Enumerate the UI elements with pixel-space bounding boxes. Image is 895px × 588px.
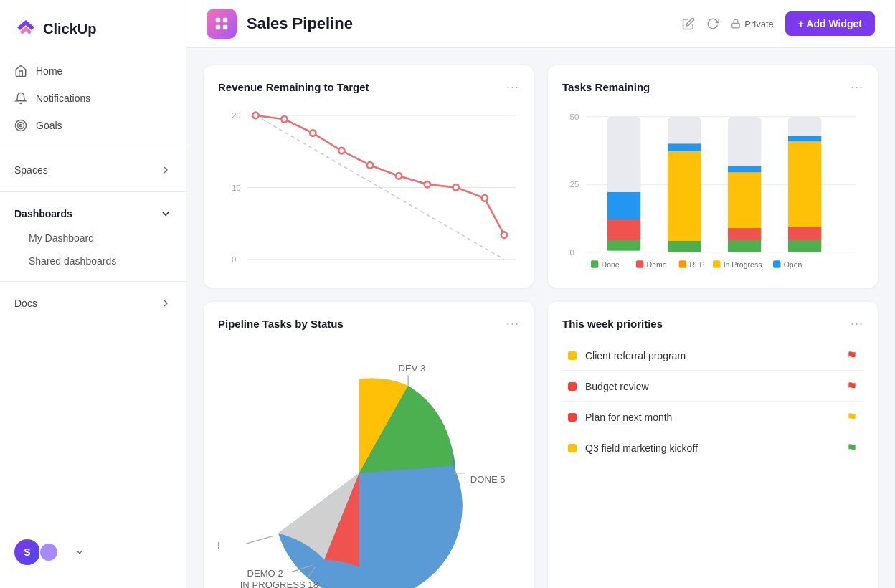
svg-point-22 <box>396 173 402 179</box>
header: Sales Pipeline Private + Add Widget <box>186 0 895 48</box>
svg-text:Demo: Demo <box>647 260 667 269</box>
svg-rect-7 <box>216 25 220 29</box>
svg-text:RFP: RFP <box>689 260 704 269</box>
widget-pipeline-header: Pipeline Tasks by Status ··· <box>218 316 519 331</box>
flag-icon-1 <box>847 381 857 392</box>
widget-pipeline-menu[interactable]: ··· <box>506 316 519 331</box>
widget-priorities-title: This week priorities <box>562 318 663 330</box>
svg-rect-48 <box>728 166 761 172</box>
svg-point-19 <box>310 130 316 136</box>
priority-text-0: Client referral program <box>585 350 686 361</box>
priority-flag-0 <box>846 350 858 361</box>
header-left: Sales Pipeline <box>207 9 353 39</box>
chevron-right-icon-docs <box>160 298 171 309</box>
svg-rect-54 <box>788 117 821 136</box>
priority-left-0: Client referral program <box>568 350 686 361</box>
svg-rect-8 <box>223 25 227 29</box>
user-area[interactable]: S <box>0 528 186 577</box>
svg-rect-67 <box>773 260 781 268</box>
edit-button[interactable] <box>682 17 695 30</box>
svg-text:In Progress: In Progress <box>724 260 762 269</box>
svg-text:10: 10 <box>232 183 241 192</box>
divider-3 <box>0 281 186 282</box>
flag-icon-3 <box>847 443 857 453</box>
widget-pipeline-title: Pipeline Tasks by Status <box>218 318 344 330</box>
svg-rect-34 <box>607 240 640 251</box>
svg-point-25 <box>482 195 488 201</box>
svg-rect-57 <box>788 240 821 252</box>
priorities-list: Client referral program Budget review <box>562 341 863 588</box>
svg-point-21 <box>367 162 373 169</box>
refresh-button[interactable] <box>706 17 719 30</box>
svg-rect-51 <box>728 228 761 240</box>
widget-revenue-title: Revenue Remaining to Target <box>218 81 369 93</box>
tasks-chart-container: 50 25 0 <box>562 105 863 273</box>
pie-chart-container: DEV 3 DONE 5 IN PROGRESS 18 OPEN 6 DEMO … <box>218 341 519 588</box>
svg-rect-9 <box>732 23 740 27</box>
sidebar-item-my-dashboard[interactable]: My Dashboard <box>0 227 186 250</box>
lock-icon <box>731 19 741 29</box>
bell-icon <box>14 92 27 105</box>
flag-icon-0 <box>847 351 857 361</box>
sidebar-section-spaces[interactable]: Spaces <box>0 157 186 183</box>
private-badge: Private <box>731 19 773 29</box>
svg-rect-5 <box>216 18 220 22</box>
svg-rect-41 <box>668 117 701 144</box>
header-icon-box <box>207 9 237 39</box>
pie-chart: DEV 3 DONE 5 IN PROGRESS 18 OPEN 6 DEMO … <box>218 341 519 588</box>
sidebar-section-docs[interactable]: Docs <box>0 290 186 316</box>
priority-dot-2 <box>568 413 577 422</box>
logo-text: ClickUp <box>43 21 96 37</box>
widget-tasks-menu[interactable]: ··· <box>851 80 863 95</box>
svg-rect-50 <box>728 240 761 252</box>
svg-rect-36 <box>607 192 640 219</box>
logo-area: ClickUp <box>0 11 186 57</box>
docs-label: Docs <box>14 298 37 309</box>
widget-tasks-header: Tasks Remaining ··· <box>562 80 863 95</box>
chevron-right-icon <box>160 164 171 176</box>
shared-dashboards-label: Shared dashboards <box>29 255 116 267</box>
sidebar-section-dashboards[interactable]: Dashboards <box>0 201 186 227</box>
svg-point-20 <box>338 148 344 154</box>
widget-revenue-menu[interactable]: ··· <box>506 80 519 95</box>
svg-text:Open: Open <box>784 260 802 269</box>
add-widget-button[interactable]: + Add Widget <box>785 11 875 36</box>
svg-rect-43 <box>668 151 701 242</box>
svg-rect-38 <box>607 165 640 192</box>
svg-rect-55 <box>788 136 821 141</box>
priority-text-2: Plan for next month <box>585 412 672 423</box>
home-label: Home <box>36 65 62 77</box>
sidebar-item-goals[interactable]: Goals <box>0 112 186 139</box>
svg-text:0: 0 <box>232 255 237 264</box>
widget-priorities-menu[interactable]: ··· <box>851 316 863 331</box>
sidebar-item-home[interactable]: Home <box>0 57 186 85</box>
home-icon <box>14 65 27 77</box>
widget-priorities-header: This week priorities ··· <box>562 316 863 331</box>
svg-rect-6 <box>223 18 227 22</box>
edit-icon <box>682 17 695 30</box>
priority-left-2: Plan for next month <box>568 412 672 423</box>
svg-rect-58 <box>788 227 821 240</box>
widget-pipeline: Pipeline Tasks by Status ··· <box>204 302 534 588</box>
priority-left-1: Budget review <box>568 381 649 392</box>
priority-left-3: Q3 field marketing kickoff <box>568 442 698 454</box>
svg-rect-44 <box>668 241 701 252</box>
svg-rect-42 <box>668 144 701 152</box>
svg-line-76 <box>246 536 273 544</box>
priority-flag-1 <box>846 381 858 392</box>
svg-rect-59 <box>591 260 599 268</box>
svg-point-3 <box>18 123 24 129</box>
my-dashboard-label: My Dashboard <box>29 232 94 244</box>
sidebar-item-notifications[interactable]: Notifications <box>0 85 186 112</box>
svg-text:20: 20 <box>232 110 241 120</box>
widget-tasks-title: Tasks Remaining <box>562 81 650 93</box>
chevron-down-icon <box>160 208 171 219</box>
sidebar-item-shared-dashboards[interactable]: Shared dashboards <box>0 250 186 272</box>
dashboard-grid-icon <box>214 16 229 32</box>
main-content: Sales Pipeline Private + Add Widget Reve… <box>186 0 895 588</box>
spaces-label: Spaces <box>14 164 48 176</box>
refresh-icon <box>706 17 719 30</box>
svg-text:25: 25 <box>570 180 579 189</box>
priority-flag-2 <box>846 412 858 423</box>
svg-rect-47 <box>728 117 761 166</box>
